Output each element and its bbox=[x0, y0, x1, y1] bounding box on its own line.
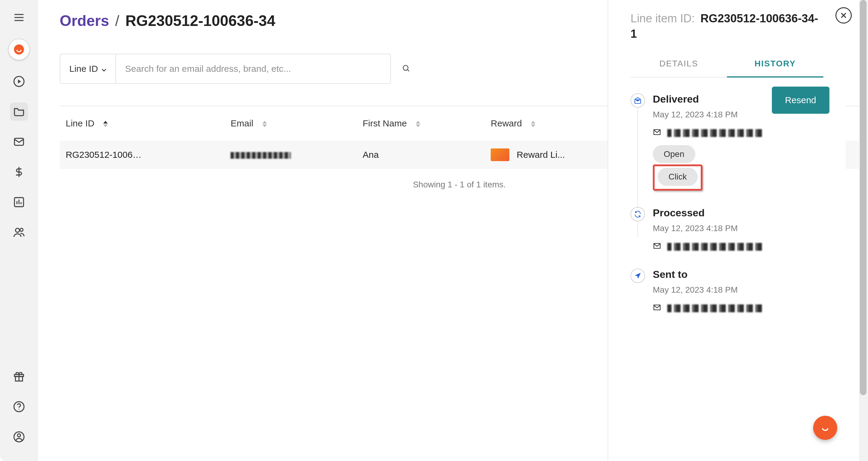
svg-point-18 bbox=[19, 409, 20, 410]
dollar-icon[interactable] bbox=[10, 163, 28, 181]
refresh-icon bbox=[630, 207, 645, 222]
search-input[interactable] bbox=[124, 63, 382, 74]
sort-icon bbox=[530, 120, 536, 127]
chart-icon[interactable] bbox=[10, 193, 28, 211]
redacted-email bbox=[667, 129, 764, 137]
redacted-email bbox=[667, 305, 764, 312]
breadcrumb-separator: / bbox=[115, 12, 119, 30]
timeline-date: May 12, 2023 4:18 PM bbox=[653, 285, 824, 295]
svg-point-3 bbox=[14, 45, 24, 54]
pill-click[interactable]: Click bbox=[658, 168, 698, 186]
scrollbar-thumb[interactable] bbox=[860, 0, 867, 395]
account-icon[interactable] bbox=[10, 428, 28, 446]
chat-fab[interactable] bbox=[813, 416, 837, 440]
timeline-title: Delivered bbox=[653, 93, 824, 105]
svg-line-22 bbox=[407, 70, 409, 71]
mail-icon[interactable] bbox=[10, 133, 28, 151]
line-item-id-label: Line item ID: bbox=[630, 12, 695, 25]
reward-thumb-icon bbox=[491, 148, 509, 161]
cell-line-id: RG230512-10063... bbox=[66, 150, 144, 160]
svg-point-12 bbox=[16, 228, 19, 232]
menu-icon[interactable] bbox=[10, 8, 28, 27]
timeline-item-sent: Sent to May 12, 2023 4:18 PM bbox=[630, 268, 824, 314]
gift-icon[interactable] bbox=[10, 368, 28, 385]
sidebar bbox=[0, 0, 38, 461]
caret-down-icon bbox=[101, 64, 106, 74]
search-icon[interactable] bbox=[402, 64, 410, 74]
cell-email bbox=[224, 141, 356, 169]
timeline: Resend Delivered May 12, 2023 4:18 PM bbox=[608, 78, 846, 346]
tab-details[interactable]: DETAILS bbox=[630, 51, 727, 77]
close-icon[interactable] bbox=[835, 7, 852, 24]
svg-point-25 bbox=[820, 422, 831, 434]
highlight-box: Click bbox=[653, 165, 703, 191]
filter-selected-label: Line ID bbox=[69, 64, 98, 74]
filter-dropdown[interactable]: Line ID bbox=[60, 54, 116, 84]
people-icon[interactable] bbox=[10, 223, 28, 241]
timeline-title: Sent to bbox=[653, 268, 824, 280]
browser-scrollbar[interactable] bbox=[859, 0, 868, 461]
pill-open[interactable]: Open bbox=[653, 145, 695, 163]
folder-icon[interactable] bbox=[10, 103, 28, 121]
envelope-icon bbox=[653, 242, 661, 252]
timeline-date: May 12, 2023 4:18 PM bbox=[653, 224, 824, 233]
timeline-email-row bbox=[653, 303, 824, 314]
send-icon bbox=[630, 268, 645, 283]
mail-open-icon bbox=[630, 93, 645, 108]
play-circle-icon[interactable] bbox=[10, 73, 28, 90]
search-input-wrap bbox=[116, 54, 391, 84]
svg-point-21 bbox=[403, 65, 408, 70]
redacted-email bbox=[667, 243, 764, 251]
sort-icon bbox=[103, 120, 108, 127]
svg-marker-5 bbox=[18, 79, 21, 83]
envelope-icon bbox=[653, 128, 661, 139]
cell-first-name: Ana bbox=[356, 141, 485, 169]
col-first-name[interactable]: First Name bbox=[356, 106, 485, 141]
svg-point-20 bbox=[18, 434, 21, 437]
logo-icon[interactable] bbox=[8, 39, 30, 60]
sort-icon bbox=[415, 120, 421, 127]
line-item-panel: Line item ID: RG230512-100636-34-1 DETAI… bbox=[608, 0, 846, 461]
timeline-item-delivered: Delivered May 12, 2023 4:18 PM Open Clic… bbox=[630, 93, 824, 191]
timeline-email-row bbox=[653, 242, 824, 252]
col-email[interactable]: Email bbox=[224, 106, 356, 141]
tab-history[interactable]: HISTORY bbox=[727, 51, 824, 78]
timeline-item-processed: Processed May 12, 2023 4:18 PM bbox=[630, 207, 824, 252]
col-line-id[interactable]: Line ID bbox=[60, 106, 224, 141]
help-icon[interactable] bbox=[10, 398, 28, 416]
timeline-title: Processed bbox=[653, 207, 824, 219]
breadcrumb-root[interactable]: Orders bbox=[60, 12, 109, 30]
panel-tabs: DETAILS HISTORY bbox=[630, 51, 824, 78]
svg-point-13 bbox=[20, 228, 23, 231]
timeline-date: May 12, 2023 4:18 PM bbox=[653, 110, 824, 119]
envelope-icon bbox=[653, 303, 661, 314]
sort-icon bbox=[262, 120, 267, 127]
main-content: Orders / RG230512-100636-34 Line ID bbox=[38, 0, 859, 461]
breadcrumb-current: RG230512-100636-34 bbox=[125, 12, 276, 30]
timeline-email-row bbox=[653, 128, 824, 139]
line-item-id-heading: Line item ID: RG230512-100636-34-1 bbox=[630, 11, 824, 42]
